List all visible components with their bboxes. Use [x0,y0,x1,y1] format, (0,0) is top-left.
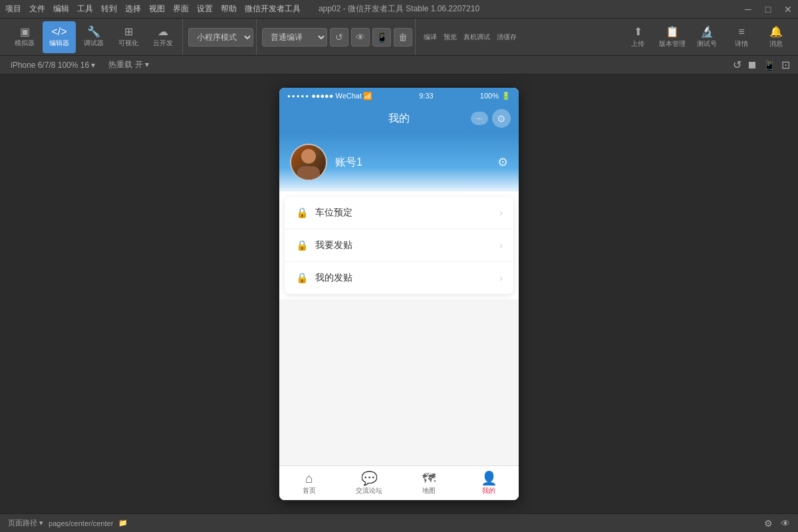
right-toolbar: ⬆ 上传 📋 版本管理 🔬 测试号 ≡ 详情 🔔 消息 [621,21,793,53]
preview-label: 预览 [441,33,460,42]
version-label: 版本管理 [659,39,686,49]
parking-arrow: › [499,207,503,218]
mode-select[interactable]: 小程序模式 插件模式 [188,28,253,47]
tab-forum[interactable]: 💬 交流论坛 [339,466,399,500]
detail-tool[interactable]: ≡ 详情 [725,21,758,53]
menu-tools[interactable]: 工具 [77,3,93,15]
preview-status-icon[interactable]: 👁 [781,518,790,529]
refresh-button[interactable]: ↺ [330,28,348,47]
upload-label: 上传 [631,39,644,49]
version-tool[interactable]: 📋 版本管理 [656,21,689,53]
folder-icon[interactable]: 📁 [118,519,128,527]
main-content: ●●●●● ●●●●● WeChat 📶 9:33 100% 🔋 我的 ··· … [0,74,798,513]
message-icon: 🔔 [769,25,783,38]
menu-file[interactable]: 文件 [29,3,45,15]
hot-reload-toggle[interactable]: 热重载 开 ▾ [106,58,152,72]
forum-tab-icon: 💬 [361,471,378,485]
upload-icon: ⬆ [634,25,642,38]
status-time: 9:33 [419,92,433,100]
compile-group: 普通编译 自定义编译 ↺ 👁 📱 🗑 [259,19,416,55]
menu-goto[interactable]: 转到 [101,3,117,15]
test-tool[interactable]: 🔬 测试号 [690,21,724,53]
menu-select[interactable]: 选择 [125,3,141,15]
forum-tab-label: 交流论坛 [356,486,382,495]
map-tab-icon: 🗺 [422,471,436,485]
hot-reload-label: 热重载 开 ▾ [108,59,149,70]
avatar [290,144,327,181]
person-body [297,166,320,180]
compile-label: 编译 [421,33,440,42]
mine-tab-label: 我的 [482,486,495,495]
post-icon: 🔒 [295,239,309,252]
real-device-label: 真机调试 [461,33,493,42]
carrier-dots: ●●●●● [287,93,310,99]
phone-icon[interactable]: 📱 [763,59,776,71]
maximize-button[interactable]: □ [763,5,773,14]
nav-circle-button[interactable]: ⊙ [492,109,511,128]
tab-home[interactable]: ⌂ 首页 [279,466,339,500]
menu-project[interactable]: 项目 [5,3,21,15]
battery-percent: 100% [480,92,499,100]
phone-nav-bar: 我的 ··· ⊙ [279,104,519,133]
window-controls: ─ □ ✕ [743,5,793,14]
tab-map[interactable]: 🗺 地图 [399,466,459,500]
tool-debugger[interactable]: 🔧 调试器 [77,21,110,53]
page-path: pages/center/center [49,519,113,527]
battery-icon: 🔋 [501,92,511,100]
compile-select[interactable]: 普通编译 自定义编译 [262,28,327,47]
nav-title: 我的 [388,112,410,126]
tool-visual[interactable]: ⊞ 可视化 [112,21,145,53]
menu-item-parking[interactable]: 🔒 车位预定 › [285,197,513,229]
compile-labels: 编译 预览 真机调试 清缓存 [421,33,519,42]
menu-item-post[interactable]: 🔒 我要发贴 › [285,229,513,262]
home-tab-icon: ⌂ [305,471,313,485]
close-button[interactable]: ✕ [783,5,793,14]
expand-icon[interactable]: ⊡ [781,59,790,71]
test-icon: 🔬 [700,25,714,38]
message-tool[interactable]: 🔔 消息 [759,21,793,53]
phone-status-bar: ●●●●● ●●●●● WeChat 📶 9:33 100% 🔋 [279,88,519,104]
mode-group: 小程序模式 插件模式 [186,19,257,55]
tool-simulator[interactable]: ▣ 模拟器 [8,21,41,53]
clear-button[interactable]: 🗑 [394,28,412,47]
nav-right-actions: ··· ⊙ [471,109,511,128]
simulator-label: 模拟器 [15,39,35,48]
menu-help[interactable]: 帮助 [221,3,237,15]
eye-button[interactable]: 👁 [351,28,370,47]
path-label[interactable]: 页面路径 ▾ [8,518,43,528]
settings-status-icon[interactable]: ⚙ [764,518,773,529]
menu-view[interactable]: 视图 [149,3,165,15]
parking-label: 车位预定 [315,207,499,219]
profile-settings-icon[interactable]: ⚙ [497,155,508,170]
bottom-status-bar: 页面路径 ▾ pages/center/center 📁 ⚙ 👁 [0,513,798,532]
dots-label: ··· [476,114,483,123]
clear-label: 清缓存 [494,33,519,42]
minimize-button[interactable]: ─ [743,5,753,14]
mypost-arrow: › [499,273,503,283]
menu-wechat-dev[interactable]: 微信开发者工具 [245,3,301,15]
menu-interface[interactable]: 界面 [173,3,189,15]
menu-settings[interactable]: 设置 [197,3,213,15]
nav-dots-button[interactable]: ··· [471,112,488,125]
detail-label: 详情 [735,39,748,49]
phone-content-area [279,299,519,466]
tab-mine[interactable]: 👤 我的 [459,466,519,500]
device-select[interactable]: iPhone 6/7/8 100% 16 ▾ [8,59,98,71]
tool-cloud[interactable]: ☁ 云开发 [146,21,180,53]
status-right: 100% 🔋 [480,92,511,100]
tool-editor[interactable]: </> 编辑器 [43,21,76,53]
stop-icon[interactable]: ⏹ [747,59,757,71]
menu-edit[interactable]: 编辑 [53,3,69,15]
menu-item-mypost[interactable]: 🔒 我的发贴 › [285,262,513,294]
editor-icon: </> [51,27,66,37]
parking-icon: 🔒 [295,206,309,219]
upload-tool[interactable]: ⬆ 上传 [621,21,654,53]
reload-icon[interactable]: ↺ [733,59,741,71]
mine-tab-icon: 👤 [481,471,497,485]
person-head [301,149,316,164]
debugger-icon: 🔧 [87,27,100,37]
real-device-button[interactable]: 📱 [372,28,391,47]
editor-label: 编辑器 [49,39,69,48]
avatar-silhouette [291,145,326,180]
home-tab-label: 首页 [303,486,316,495]
